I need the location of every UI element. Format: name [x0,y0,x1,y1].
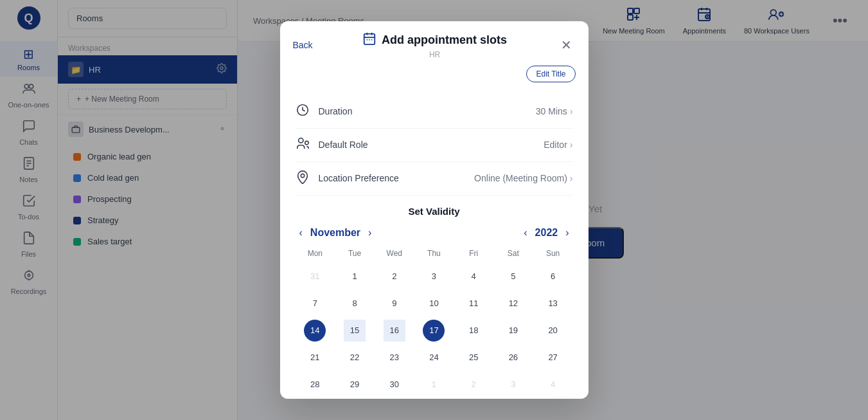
duration-field-row: Duration 30 Mins › [296,95,573,129]
calendar-day[interactable]: 17 [423,320,445,342]
calendar-day-cell: 21 [296,344,335,371]
calendar-day[interactable]: 5 [502,266,524,288]
duration-chevron-icon: › [570,106,573,116]
calendar-day[interactable]: 24 [423,347,445,369]
next-month-button[interactable]: › [364,226,375,240]
calendar-year: 2022 [535,227,558,239]
calendar-day-cell: 12 [493,290,533,317]
calendar-day-cell: 9 [375,290,414,317]
calendar-day[interactable]: 20 [542,320,564,342]
calendar-day-cell: 10 [493,398,533,399]
svg-point-36 [298,138,303,142]
calendar-day-cell: 31 [296,263,335,290]
calendar-day-cell: 22 [335,344,375,371]
calendar-day[interactable]: 6 [542,266,564,288]
calendar-day[interactable]: 31 [304,266,326,288]
calendar-day[interactable]: 2 [384,266,405,288]
calendar-day-cell: 11 [454,290,493,317]
set-validity-title: Set Validity [296,206,573,217]
svg-point-37 [305,141,308,145]
calendar-day[interactable]: 19 [502,320,524,342]
next-year-button[interactable]: › [562,226,572,240]
calendar-day[interactable]: 4 [542,374,564,396]
modal-back-button[interactable]: Back [293,40,313,50]
calendar-day[interactable]: 4 [463,266,484,288]
location-value[interactable]: Online (Meeting Room) › [474,173,572,183]
calendar-day-cell: 20 [533,317,573,344]
prev-year-button[interactable]: ‹ [520,226,531,240]
svg-rect-28 [364,33,375,44]
default-role-value[interactable]: Editor › [544,140,572,150]
calendar-day-cell: 1 [335,263,375,290]
calendar-day[interactable]: 1 [344,266,366,288]
default-role-field-row: Default Role Editor › [296,129,573,162]
calendar-day-cell: 6 [533,263,573,290]
calendar-day[interactable]: 23 [384,347,405,369]
duration-icon [296,103,310,120]
col-header-sat: Sat [493,246,533,263]
calendar-day-cell: 17 [414,317,454,344]
calendar-day-cell: 29 [335,371,375,398]
col-header-tue: Tue [335,246,375,263]
modal-title: Add appointment slots [382,33,507,47]
calendar-day-cell: 18 [454,317,493,344]
calendar-day[interactable]: 25 [463,347,484,369]
calendar-day[interactable]: 8 [344,293,366,315]
calendar-day[interactable]: 18 [463,320,484,342]
calendar-day[interactable]: 9 [384,293,405,315]
calendar-day-cell: 30 [375,371,414,398]
location-field-row: Location Preference Online (Meeting Room… [296,162,573,196]
calendar-day-cell: 25 [454,344,493,371]
month-nav: ‹ November › [296,226,376,240]
location-icon [296,170,310,187]
calendar-day[interactable]: 11 [463,293,484,315]
calendar-day-cell: 2 [454,371,493,398]
calendar-day[interactable]: 15 [344,320,366,342]
calendar-day-cell: 9 [454,398,493,399]
calendar-day-cell: 14 [296,317,335,344]
calendar-day[interactable]: 30 [384,374,405,396]
prev-month-button[interactable]: ‹ [296,226,306,240]
calendar-day[interactable]: 16 [384,320,405,342]
modal-close-button[interactable]: ✕ [557,36,576,54]
calendar: ‹ November › ‹ 2022 › Mon Tue [296,223,573,399]
calendar-day[interactable]: 7 [304,293,326,315]
calendar-day[interactable]: 3 [502,374,524,396]
col-header-thu: Thu [414,246,454,263]
calendar-day[interactable]: 10 [423,293,445,315]
calendar-day[interactable]: 21 [304,347,326,369]
location-chevron-icon: › [570,173,573,183]
calendar-day-cell: 7 [375,398,414,399]
calendar-day[interactable]: 29 [344,374,366,396]
edit-title-button[interactable]: Edit Title [526,66,575,82]
calendar-day[interactable]: 3 [423,266,445,288]
calendar-day[interactable]: 2 [463,374,484,396]
calendar-day[interactable]: 22 [344,347,366,369]
calendar-day-cell: 23 [375,344,414,371]
calendar-day-cell: 7 [296,290,335,317]
col-header-fri: Fri [454,246,493,263]
calendar-day-cell: 24 [414,344,454,371]
calendar-day[interactable]: 13 [542,293,564,315]
calendar-day-cell: 16 [375,317,414,344]
year-nav: ‹ 2022 › [520,226,572,240]
svg-point-38 [301,174,305,178]
calendar-day-cell: 8 [335,290,375,317]
calendar-day-cell: 4 [454,263,493,290]
calendar-day-cell: 4 [533,371,573,398]
calendar-day-cell: 28 [296,371,335,398]
calendar-day[interactable]: 12 [502,293,524,315]
calendar-day-cell: 5 [296,398,335,399]
calendar-day[interactable]: 27 [542,347,564,369]
modal-body: Duration 30 Mins › Default Role Editor › [280,85,589,399]
duration-value[interactable]: 30 Mins › [536,106,573,116]
col-header-sun: Sun [533,246,573,263]
add-appointment-slots-modal: Back Add appointment slots HR ✕ Edit Tit… [280,21,589,399]
calendar-day-cell: 2 [375,263,414,290]
calendar-day-cell: 11 [533,398,573,399]
calendar-day[interactable]: 1 [423,374,445,396]
calendar-day[interactable]: 26 [502,347,524,369]
calendar-day[interactable]: 28 [304,374,326,396]
calendar-day[interactable]: 14 [304,320,326,342]
location-label: Location Preference [319,173,399,183]
